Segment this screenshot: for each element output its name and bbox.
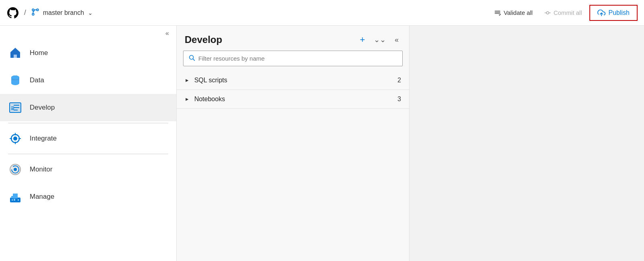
sidebar-divider-2 (8, 154, 168, 154)
develop-icon: ≡ (8, 100, 22, 115)
branch-icon (31, 8, 40, 18)
sidebar-item-data-label: Data (30, 76, 44, 84)
svg-point-19 (13, 137, 17, 141)
branch-chevron-icon: ⌄ (88, 10, 93, 16)
develop-panel-title: Develop (185, 34, 353, 45)
develop-header-actions: + ⌄⌄ « (357, 34, 401, 46)
sidebar-item-integrate[interactable]: Integrate (0, 125, 176, 152)
sidebar-item-integrate-label: Integrate (30, 135, 57, 143)
publish-label: Publish (609, 9, 630, 16)
search-input[interactable] (198, 55, 397, 62)
sidebar-item-data[interactable]: Data (0, 67, 176, 94)
svg-point-11 (11, 75, 19, 80)
sql-scripts-expand-icon: ► (185, 77, 190, 83)
notebooks-expand-icon: ► (185, 96, 190, 102)
publish-button[interactable]: Publish (589, 5, 638, 21)
sidebar-item-monitor-label: Monitor (30, 165, 53, 173)
svg-point-6 (546, 12, 549, 14)
topbar-left: / master branch ⌄ Validate all (6, 5, 638, 21)
commit-all-button[interactable]: Commit all (540, 7, 586, 19)
manage-icon (8, 190, 22, 204)
topbar: / master branch ⌄ Validate all (0, 0, 644, 26)
develop-collapse-panel-button[interactable]: « (392, 35, 401, 45)
sidebar-item-home[interactable]: Home (0, 39, 176, 67)
svg-rect-29 (13, 194, 18, 198)
branch-selector[interactable]: master branch ⌄ (43, 9, 93, 16)
integrate-icon (8, 131, 22, 146)
notebooks-label: Notebooks (194, 96, 393, 103)
sidebar-item-home-label: Home (30, 49, 48, 57)
sidebar-item-manage-label: Manage (30, 193, 54, 201)
right-panel (410, 26, 644, 261)
resource-item-sql[interactable]: ► SQL scripts 2 (177, 71, 409, 90)
commit-all-label: Commit all (554, 9, 582, 16)
monitor-icon (8, 162, 22, 177)
sidebar-item-develop[interactable]: ≡ Develop (0, 94, 176, 121)
data-icon (8, 73, 22, 88)
svg-rect-31 (12, 199, 13, 201)
sidebar-item-manage[interactable]: Manage (0, 183, 176, 210)
sidebar: « Home (0, 26, 177, 261)
resource-list: ► SQL scripts 2 ► Notebooks 3 (177, 71, 409, 109)
notebooks-count: 3 (397, 96, 401, 103)
validate-all-button[interactable]: Validate all (490, 7, 536, 19)
resource-item-notebooks[interactable]: ► Notebooks 3 (177, 90, 409, 109)
svg-rect-30 (14, 199, 15, 201)
home-icon (8, 46, 22, 60)
sidebar-item-develop-label: Develop (30, 104, 55, 112)
develop-header: Develop + ⌄⌄ « (177, 26, 409, 51)
search-box[interactable] (183, 51, 403, 66)
sidebar-item-monitor[interactable]: Monitor (0, 156, 176, 183)
develop-panel: Develop + ⌄⌄ « (177, 26, 410, 261)
svg-rect-32 (18, 199, 19, 201)
sidebar-collapse-button[interactable]: « (163, 29, 171, 38)
develop-add-button[interactable]: + (357, 34, 367, 46)
sidebar-collapse-area: « (0, 26, 176, 39)
sql-scripts-count: 2 (397, 77, 401, 84)
search-icon (188, 54, 195, 63)
sidebar-divider-1 (8, 123, 168, 123)
svg-point-26 (14, 168, 17, 171)
develop-collapse-all-button[interactable]: ⌄⌄ (371, 35, 388, 45)
validate-all-label: Validate all (503, 9, 532, 16)
main-content: « Home (0, 26, 644, 261)
sql-scripts-label: SQL scripts (194, 77, 393, 84)
svg-line-34 (193, 59, 195, 61)
branch-label: master branch (43, 9, 84, 16)
github-icon[interactable] (6, 6, 19, 19)
topbar-slash: / (24, 8, 26, 17)
sidebar-nav: Home Data (0, 39, 176, 261)
